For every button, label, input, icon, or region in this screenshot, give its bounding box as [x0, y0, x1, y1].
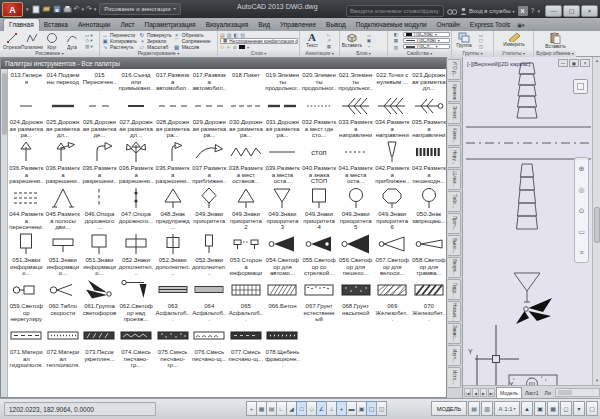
- menu-caret-icon[interactable]: ▾: [26, 6, 29, 12]
- block-attributes-icon[interactable]: ＋: [363, 44, 375, 49]
- doc-close-button[interactable]: ×: [580, 59, 590, 67]
- paste-button[interactable]: Вставить: [546, 32, 566, 50]
- palette-scrollbar-thumb[interactable]: [2, 73, 7, 135]
- layout-tab-Модель[interactable]: Модель: [496, 387, 522, 398]
- drawing-area[interactable]: Y X Щ [-][Верхний][2D каркас] — ▣ × ⊕ ◎ …: [462, 57, 600, 398]
- palette-tab-1[interactable]: УГО д...: [448, 59, 461, 80]
- palette-item[interactable]: 039.Разметка места оста...: [264, 139, 301, 185]
- tab-5[interactable]: Параметризация: [140, 19, 201, 31]
- palette-item[interactable]: 052.Знаки дополнител...: [191, 231, 228, 277]
- palette-item[interactable]: 018.Пикет: [228, 72, 265, 93]
- panel-block-footer[interactable]: Блок ▾: [340, 50, 387, 57]
- palette-item[interactable]: 025.Дорожная разметка дл...: [45, 93, 82, 139]
- tab-12[interactable]: Express Tools: [465, 19, 515, 31]
- annotation-visibility-icon[interactable]: ▲: [521, 401, 533, 416]
- doc-minimize-button[interactable]: —: [558, 59, 568, 67]
- palette-tab-5[interactable]: Неру...: [448, 147, 461, 168]
- search-input[interactable]: Введите ключевое слово/фразу: [346, 5, 444, 17]
- palette-item[interactable]: 017.Развязка автомобил...: [154, 72, 191, 93]
- signin-button[interactable]: Вход в службы ▾: [460, 7, 515, 15]
- palette-item[interactable]: 074.Смесь песчано-гр...: [118, 323, 155, 369]
- hatch-icon[interactable]: ▨ ▾: [83, 44, 95, 49]
- palette-item[interactable]: 049.Знаки приоритета 3: [264, 185, 301, 231]
- palette-item[interactable]: 048.Знак предупрежд...: [154, 185, 191, 231]
- tab-7[interactable]: Вид: [253, 19, 275, 31]
- prev-layout-icon[interactable]: ◀: [472, 388, 479, 397]
- horizontal-scrollbar-thumb[interactable]: [558, 390, 572, 395]
- panel-layers-footer[interactable]: Слои ▾: [218, 50, 299, 57]
- open-file-icon[interactable]: [42, 5, 51, 13]
- palette-item[interactable]: 015 Пересечен...: [81, 72, 118, 93]
- palette-tab-15[interactable]: Исто...: [448, 367, 461, 388]
- viewcube[interactable]: [573, 79, 588, 94]
- palette-item[interactable]: 033.Разметка направлени...: [337, 93, 374, 139]
- palette-item[interactable]: 051.Знаки информацио...: [81, 231, 118, 277]
- redo-icon[interactable]: ↷: [86, 3, 92, 15]
- palette-item[interactable]: 019.Элементы продольног...: [264, 72, 301, 93]
- table-icon[interactable]: ▦: [323, 44, 335, 49]
- palette-item[interactable]: 043.Разметка пешеходн...: [411, 139, 446, 185]
- palette-tab-8[interactable]: Проч...: [448, 213, 461, 234]
- button-Круг[interactable]: Круг: [42, 32, 62, 50]
- toggle-selection-cycling[interactable]: ◫: [376, 401, 387, 416]
- palette-item[interactable]: 051.Знаки информацио...: [45, 231, 82, 277]
- vertical-scrollbar[interactable]: ▲ ▼: [592, 57, 600, 385]
- palette-item[interactable]: 056.Светофор для пешехо...: [337, 231, 374, 277]
- model-space-button[interactable]: МОДЕЛЬ: [431, 401, 467, 416]
- palette-item[interactable]: 023.Дорожная разметка дл...: [411, 72, 446, 93]
- panel-annotate-footer[interactable]: Аннотации ▾: [300, 50, 339, 57]
- palette-tab-11[interactable]: Гидр...: [448, 279, 461, 300]
- close-button[interactable]: ×: [581, 5, 598, 17]
- tab-11[interactable]: Онлайн: [432, 19, 465, 31]
- palette-tab-6[interactable]: Шлюз...: [448, 169, 461, 190]
- palette-item[interactable]: 076.Смесь песчано-щ...: [191, 323, 228, 369]
- annotation-scale-button[interactable]: А 1:1 ▾: [494, 401, 520, 416]
- palette-item[interactable]: 014.Подземны переход: [45, 72, 82, 93]
- help-icon[interactable]: ?: [531, 5, 535, 17]
- palette-item[interactable]: 070 Железобет...: [411, 277, 446, 323]
- palette-item[interactable]: 073.Песок укреплен...: [81, 323, 118, 369]
- minimize-button[interactable]: —: [545, 5, 562, 17]
- panel-utilities-footer[interactable]: Утилиты ▾: [494, 50, 533, 57]
- palette-item[interactable]: 060.Табло скорости: [45, 277, 82, 323]
- palette-item[interactable]: 047.Опора дорожного...: [118, 185, 155, 231]
- next-layout-icon[interactable]: ▶: [480, 388, 487, 397]
- palette-tab-2[interactable]: Крепеж: [448, 81, 461, 102]
- first-layout-icon[interactable]: |◀: [464, 388, 471, 397]
- palette-item[interactable]: 049.Знаки приоритета 2: [228, 185, 265, 231]
- layout-tab-Лист1[interactable]: Лист1: [522, 388, 542, 398]
- autoscale-icon[interactable]: ▣: [534, 401, 546, 416]
- palette-item[interactable]: 072.Материал теплоизоля...: [45, 323, 82, 369]
- palette-item[interactable]: 032.Разметка мест где сто...: [301, 93, 338, 139]
- palette-item[interactable]: 064 Асфальтоб...: [191, 277, 228, 323]
- palette-item[interactable]: 049.Знаки приоритета 4: [301, 185, 338, 231]
- palette-item[interactable]: 036.Разметка разрешени...: [8, 139, 45, 185]
- text-tool-button[interactable]: A Текст: [302, 32, 322, 50]
- showmotion-icon[interactable]: ≡: [579, 249, 583, 256]
- palette-item[interactable]: 028.Дорожная разметка ра...: [154, 93, 191, 139]
- panel-properties-footer[interactable]: Свойства ▾: [388, 50, 451, 57]
- palette-item[interactable]: 042.Разметка приближен...: [374, 139, 411, 185]
- palette-item[interactable]: 058.Светофор для трамва...: [411, 231, 446, 277]
- palette-item[interactable]: 065 Асфальтоб...: [228, 277, 265, 323]
- palette-item[interactable]: 052.Знаки дополнител...: [154, 231, 191, 277]
- panel-clipboard-footer[interactable]: Буфер обмена ▾: [534, 50, 576, 57]
- palette-item[interactable]: 034.Разметка направлени...: [374, 93, 411, 139]
- palette-item[interactable]: 077.Смесь песчано-щ...: [228, 323, 265, 369]
- palette-item[interactable]: 027.Дорожная разметка дл...: [118, 93, 155, 139]
- insert-block-button[interactable]: Вставить: [342, 32, 362, 50]
- palette-item[interactable]: 051.Знаки информацио...: [8, 231, 45, 277]
- palette-item[interactable]: 036.Разметка разрешени...: [45, 139, 82, 185]
- palette-item[interactable]: 049.Знаки приоритета: [191, 185, 228, 231]
- palette-item[interactable]: 057.Светофор для велоси...: [374, 231, 411, 277]
- autocad-menu-button[interactable]: A: [2, 2, 23, 17]
- tab-1[interactable]: Главная: [4, 19, 39, 31]
- plot-icon[interactable]: [63, 5, 72, 13]
- palette-item[interactable]: 054.Светофор для автомо...: [264, 231, 301, 277]
- palette-item[interactable]: 013.Галерея: [8, 72, 45, 93]
- palette-tab-12[interactable]: Насып...: [448, 301, 461, 322]
- palette-item[interactable]: 024.Дорожная разметка ра...: [8, 93, 45, 139]
- palette-item[interactable]: 022.Точки с нулевым ...: [374, 72, 411, 93]
- save-icon[interactable]: [53, 5, 61, 13]
- properties-list-icon[interactable]: ▦: [390, 38, 402, 44]
